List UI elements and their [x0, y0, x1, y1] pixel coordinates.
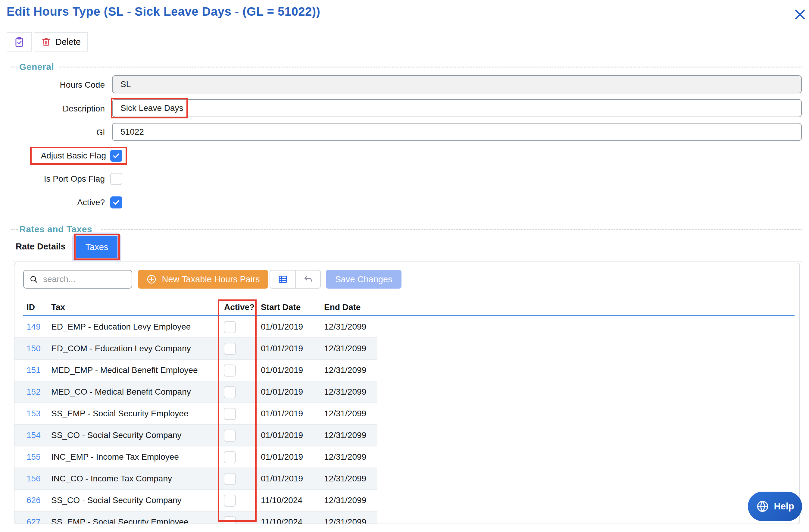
row-active-checkbox[interactable]	[224, 321, 236, 333]
general-section-legend: General	[0, 62, 809, 72]
row-active-checkbox[interactable]	[224, 343, 236, 355]
row-start-date: 01/01/2019	[261, 403, 303, 424]
row-tax-label: MED_EMP - Medical Benefit Employee	[51, 360, 198, 381]
column-header-tax[interactable]: Tax	[51, 299, 65, 315]
gl-label: Gl	[0, 128, 105, 137]
row-id-link[interactable]: 626	[27, 490, 41, 511]
help-button-label: Help	[774, 501, 794, 512]
circle-plus-icon	[146, 274, 157, 285]
table-row[interactable]: 151 MED_EMP - Medical Benefit Employee 0…	[15, 360, 377, 381]
gl-field[interactable]: 51022	[112, 123, 802, 141]
row-id-link[interactable]: 151	[27, 360, 41, 381]
row-end-date: 12/31/2099	[324, 360, 366, 381]
row-id-link[interactable]: 627	[27, 512, 41, 524]
edit-hours-type-dialog: Edit Hours Type (SL - Sick Leave Days - …	[0, 0, 809, 532]
row-active-checkbox[interactable]	[224, 451, 236, 463]
row-end-date: 12/31/2099	[324, 512, 366, 524]
row-tax-label: MED_CO - Medical Benefit Company	[51, 381, 191, 402]
row-active-checkbox[interactable]	[224, 495, 236, 507]
row-tax-label: ED_EMP - Education Levy Employee	[51, 316, 191, 338]
table-row[interactable]: 152 MED_CO - Medical Benefit Company 01/…	[15, 381, 377, 403]
table-row[interactable]: 627 SS_EMP - Social Security Employee 11…	[15, 512, 377, 524]
row-id-link[interactable]: 154	[27, 425, 41, 446]
table-row[interactable]: 154 SS_CO - Social Security Company 01/0…	[15, 425, 377, 446]
search-icon	[29, 275, 38, 284]
active-flag-checkbox[interactable]	[110, 196, 122, 208]
table-icon	[277, 274, 288, 285]
row-id-link[interactable]: 150	[27, 338, 41, 359]
globe-icon	[756, 499, 770, 513]
row-end-date: 12/31/2099	[324, 468, 366, 489]
delete-button[interactable]: Delete	[34, 32, 88, 52]
row-id-link[interactable]: 155	[27, 446, 41, 467]
row-tax-label: INC_EMP - Income Tax Employee	[51, 446, 179, 467]
adjust-basic-flag-label: Adjust Basic Flag	[1, 151, 106, 160]
row-active-checkbox[interactable]	[224, 430, 236, 442]
search-box	[23, 270, 132, 289]
legend-dash-line	[59, 67, 803, 68]
undo-button[interactable]	[295, 271, 320, 288]
row-start-date: 01/01/2019	[261, 425, 303, 446]
row-id-link[interactable]: 152	[27, 381, 41, 402]
row-tax-label: SS_EMP - Social Security Employee	[51, 512, 188, 524]
column-options-button[interactable]	[270, 271, 295, 288]
row-start-date: 01/01/2019	[261, 468, 303, 489]
table-row[interactable]: 149 ED_EMP - Education Levy Employee 01/…	[15, 316, 377, 338]
tax-table-body: 149 ED_EMP - Education Levy Employee 01/…	[15, 316, 377, 524]
hours-code-label: Hours Code	[0, 80, 105, 90]
table-row[interactable]: 153 SS_EMP - Social Security Employee 01…	[15, 403, 377, 425]
table-row[interactable]: 156 INC_CO - Income Tax Company 01/01/20…	[15, 468, 377, 490]
taxes-panel: New Taxable Hours Pairs Save Changes ID …	[14, 263, 800, 524]
description-field[interactable]: Sick Leave Days	[112, 99, 802, 117]
row-start-date: 01/01/2019	[261, 360, 303, 381]
search-input[interactable]	[43, 274, 118, 284]
new-taxable-hours-pairs-button[interactable]: New Taxable Hours Pairs	[138, 270, 268, 289]
row-end-date: 12/31/2099	[324, 381, 366, 402]
rates-and-taxes-section-legend: Rates and Taxes	[0, 224, 809, 234]
trash-icon	[41, 37, 51, 47]
active-flag-label: Active?	[0, 198, 105, 207]
help-button[interactable]: Help	[748, 492, 802, 521]
table-row[interactable]: 150 ED_COM - Education Levy Company 01/0…	[15, 338, 377, 360]
row-id-link[interactable]: 156	[27, 468, 41, 489]
save-button[interactable]	[6, 32, 32, 52]
column-header-start-date[interactable]: Start Date	[261, 299, 300, 315]
row-start-date: 01/01/2019	[261, 446, 303, 467]
row-active-checkbox[interactable]	[224, 516, 236, 524]
row-id-link[interactable]: 149	[27, 316, 41, 338]
page-title: Edit Hours Type (SL - Sick Leave Days - …	[6, 5, 320, 18]
delete-button-label: Delete	[55, 37, 81, 47]
row-id-link[interactable]: 153	[27, 403, 41, 424]
row-end-date: 12/31/2099	[324, 403, 366, 424]
new-taxable-hours-pairs-label: New Taxable Hours Pairs	[162, 274, 260, 285]
row-end-date: 12/31/2099	[324, 425, 366, 446]
row-active-checkbox[interactable]	[224, 408, 236, 420]
dialog-toolbar: Delete	[6, 32, 88, 52]
row-end-date: 12/31/2099	[324, 446, 366, 467]
column-header-id[interactable]: ID	[27, 299, 35, 315]
row-tax-label: SS_CO - Social Security Company	[51, 490, 182, 511]
row-start-date: 11/10/2024	[261, 512, 303, 524]
column-header-end-date[interactable]: End Date	[324, 299, 361, 315]
legend-dash	[11, 67, 18, 68]
column-header-active[interactable]: Active?	[224, 299, 255, 315]
tabs-divider	[13, 261, 803, 261]
row-start-date: 01/01/2019	[261, 381, 303, 402]
legend-dash-line	[101, 229, 803, 230]
row-active-checkbox[interactable]	[224, 386, 236, 398]
row-start-date: 01/01/2019	[261, 316, 303, 338]
row-active-checkbox[interactable]	[224, 364, 236, 377]
tab-taxes[interactable]: Taxes	[76, 236, 118, 258]
tab-rate-details[interactable]: Rate Details	[12, 232, 69, 261]
is-port-ops-flag-checkbox[interactable]	[110, 173, 122, 185]
legend-dash	[11, 229, 18, 230]
save-changes-button[interactable]: Save Changes	[326, 270, 401, 289]
table-row[interactable]: 626 SS_CO - Social Security Company 11/1…	[15, 490, 377, 512]
table-row[interactable]: 155 INC_EMP - Income Tax Employee 01/01/…	[15, 446, 377, 468]
tax-table-header: ID Tax Active? Start Date End Date	[15, 299, 799, 315]
row-active-checkbox[interactable]	[224, 473, 236, 485]
general-legend-label: General	[19, 62, 54, 72]
close-icon[interactable]	[793, 7, 807, 22]
row-tax-label: INC_CO - Income Tax Company	[51, 468, 172, 489]
adjust-basic-flag-checkbox[interactable]	[110, 150, 122, 162]
